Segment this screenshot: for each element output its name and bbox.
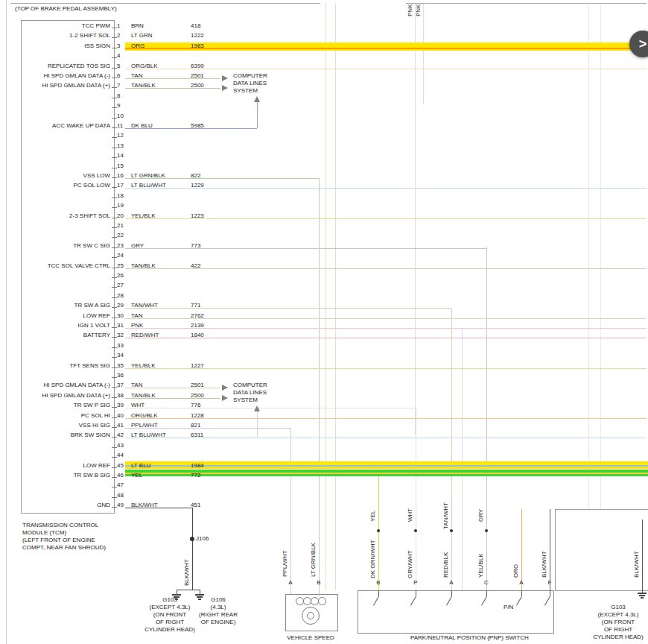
- pin-tick: [112, 437, 117, 438]
- pin-tick: [112, 48, 117, 48]
- pin-tick: [112, 507, 117, 508]
- wire-circuit-label: 822: [191, 172, 200, 179]
- pin-number: 33: [117, 342, 124, 349]
- pin-tick: [112, 477, 117, 478]
- pin-number: 26: [117, 272, 124, 279]
- wire-circuit-label: 451: [191, 502, 200, 508]
- wire-color-label: LT GRN: [131, 32, 153, 39]
- tcm-module-label: (LEFT FRONT OF ENGINE: [22, 537, 95, 543]
- tcm-signal-label: HI SPD GMLAN DATA (-): [22, 72, 110, 79]
- wire-segment: [257, 102, 258, 128]
- pin-tick: [112, 337, 117, 338]
- pin-tick: [112, 407, 117, 408]
- tcm-signal-label: IGN 1 VOLT: [22, 322, 110, 329]
- switch-blade: [416, 590, 416, 596]
- wire-segment[interactable]: [125, 248, 486, 249]
- pin-number: 20: [117, 212, 124, 219]
- pin-number: 47: [117, 482, 124, 488]
- next-page-button[interactable]: >: [629, 31, 648, 57]
- pin-number: 2: [117, 32, 120, 39]
- pin-tick: [112, 107, 117, 108]
- connector-pin-letter: C: [482, 579, 491, 586]
- wire-color-vlabel: RED/BLK: [442, 542, 451, 578]
- ground-symbol: [639, 595, 645, 596]
- frame-line: [406, 3, 647, 4]
- switch-blade: [521, 590, 522, 596]
- tcm-signal-label: BRK SW SIGN: [22, 432, 110, 438]
- tcm-signal-label: TFT SENS SIG: [22, 362, 110, 369]
- pin-tick: [112, 148, 117, 148]
- pin-number: 39: [117, 402, 124, 408]
- wire-color-label: ORG/BLK: [131, 63, 158, 69]
- wire-color-label: LT BLU/WHT: [131, 432, 166, 438]
- switch-blade: [451, 590, 452, 596]
- pin-number: 9: [117, 102, 120, 109]
- pin-number: 5: [117, 63, 120, 69]
- ground-g106-label: OF ENGINE): [174, 619, 263, 625]
- pin-tick: [112, 467, 117, 468]
- pin-tick: [112, 168, 117, 168]
- ground-symbol: [641, 597, 644, 599]
- wire-circuit-label: 773: [191, 242, 200, 249]
- wire-circuit-label: 1223: [191, 212, 204, 219]
- wire-segment[interactable]: [125, 308, 451, 309]
- pin-number: 48: [117, 492, 124, 499]
- pin-tick: [112, 327, 117, 328]
- wire-color-vlabel: GRY/WHT: [407, 541, 415, 578]
- pin-tick: [112, 98, 117, 98]
- wire-segment[interactable]: [125, 268, 647, 269]
- pin-tick: [112, 347, 117, 348]
- wire-color-label: RED/WHT: [131, 332, 159, 338]
- pn-contact-label: P/N: [504, 604, 513, 610]
- wire-color-label: PNK: [131, 322, 143, 329]
- tcm-module-label: TRANSMISSION CONTROL: [22, 522, 98, 528]
- wire-color-label: TAN/BLK: [131, 82, 156, 89]
- pin-tick: [112, 387, 117, 388]
- wire-color-label: LT BLU/WHT: [131, 182, 166, 189]
- ground-symbol: [172, 594, 181, 596]
- pin-number: 29: [117, 302, 124, 309]
- tcm-signal-label: HI SPD GMLAN DATA (+): [22, 82, 110, 89]
- pin-tick: [112, 78, 117, 78]
- ground-g106-label: G106: [174, 596, 263, 603]
- pin-tick: [112, 247, 117, 248]
- wire-color-vlabel: GRY: [477, 502, 486, 522]
- pin-number: 38: [117, 392, 124, 399]
- wire-segment: [177, 590, 200, 590]
- pin-number: 49: [117, 502, 124, 508]
- wire-color-label: BRN: [131, 22, 144, 29]
- wire-highlight-core[interactable]: [125, 473, 648, 474]
- wire-segment: [325, 3, 326, 590]
- tcm-signal-label: VSS LOW: [22, 172, 110, 179]
- wire-color-label: TAN/BLK: [131, 392, 156, 399]
- pin-tick: [112, 198, 117, 198]
- pin-tick: [112, 318, 117, 318]
- wire-circuit-label: 1840: [191, 332, 204, 338]
- pin-tick: [112, 177, 117, 178]
- pin-number: 6: [117, 72, 120, 79]
- pin-number: 21: [117, 222, 124, 229]
- wire-circuit-label: 418: [191, 22, 200, 29]
- wire-segment: [451, 309, 452, 590]
- connector-pin-letter: A: [447, 579, 456, 586]
- flow-arrow: [254, 405, 260, 411]
- tcm-signal-label: HI SPD GMLAN DATA (-): [22, 382, 110, 388]
- tcm-signal-label: TR SW C SIG: [22, 242, 110, 249]
- tcm-signal-label: GND: [22, 502, 110, 508]
- pin-number: 4: [117, 52, 120, 59]
- wire-color-vlabel: BLK/WHT: [183, 549, 191, 586]
- pin-tick: [112, 137, 117, 138]
- pin-tick: [112, 377, 117, 378]
- wire-segment[interactable]: [125, 408, 416, 408]
- wire-color-label: YEL/BLK: [131, 212, 155, 219]
- pin-tick: [112, 397, 117, 398]
- ground-symbol: [195, 594, 204, 596]
- wire-segment: [588, 3, 589, 509]
- ground-symbol: [175, 599, 178, 600]
- pin-number: 11: [117, 122, 123, 129]
- wire-circuit-label: 422: [191, 262, 200, 269]
- wire-color-vlabel: YEL/BLK: [477, 542, 486, 578]
- pin-tick: [112, 297, 117, 298]
- pin-tick: [112, 307, 117, 308]
- pin-number: 14: [117, 152, 124, 159]
